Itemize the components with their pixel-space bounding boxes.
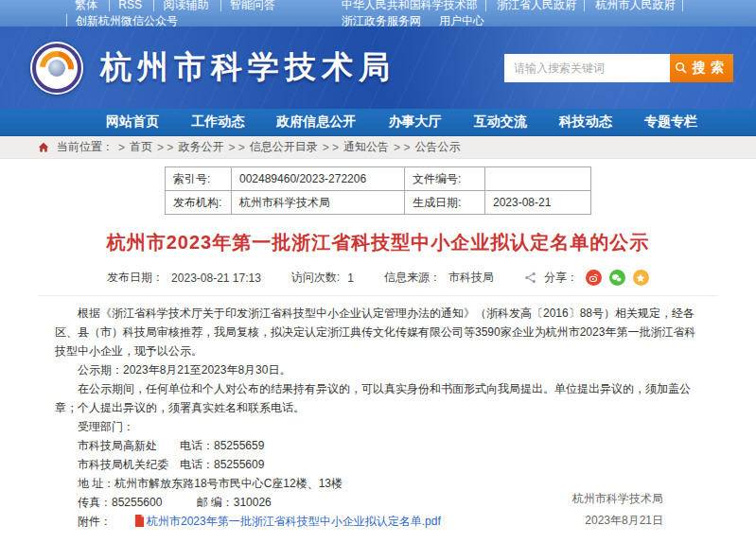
article-paragraph: 受理部门：	[55, 417, 701, 436]
source-value: 市科技局	[448, 270, 494, 286]
site-title[interactable]: 杭州市科学技术局	[100, 46, 396, 89]
site-header: 杭州市科学技术局 搜索	[0, 26, 756, 109]
publish-date-label: 发布日期：	[107, 270, 164, 286]
home-icon	[38, 142, 49, 153]
pdf-icon	[112, 514, 145, 533]
topbar: 繁体 RSS 阅读辅助 智能问答 创新杭州微信公众号 中华人民共和国科学技术部 …	[0, 0, 756, 26]
topbar-link-most[interactable]: 中华人民共和国科学技术部	[334, 0, 486, 11]
search-box: 搜索	[504, 54, 733, 82]
page: 繁体 RSS 阅读辅助 智能问答 创新杭州微信公众号 中华人民共和国科学技术部 …	[0, 0, 756, 543]
article-page: 索引号: 002489460/2023-272206 文件编号: 发布机构: 杭…	[0, 159, 756, 543]
breadcrumb-item-home[interactable]: 首页	[130, 139, 152, 155]
logo-globe-icon	[48, 60, 65, 77]
article-paragraph: 市科技局高新处 电话：85255659	[55, 436, 701, 455]
topbar-link-reading-aid[interactable]: 阅读辅助	[153, 0, 217, 11]
breadcrumb-separator: > >	[157, 141, 173, 154]
nav-item-special-columns[interactable]: 专题专栏	[644, 114, 697, 131]
attachment-filename: 杭州市2023年第一批浙江省科技型中小企业拟认定名单.pdf	[147, 515, 441, 528]
share-qzone-icon[interactable]	[633, 270, 649, 286]
article-paragraph: 公示期：2023年8月21至2023年8月30日。	[55, 360, 701, 379]
article-paragraph: 根据《浙江省科学技术厅关于印发浙江省科技型中小企业认定管理办法的通知》（浙科发高…	[55, 304, 701, 360]
visits-label: 访问次数:	[291, 270, 340, 286]
meta-divider	[38, 295, 718, 296]
doc-info-value	[485, 167, 591, 191]
visits-count: 1	[347, 272, 354, 285]
nav-item-gov-info[interactable]: 政府信息公开	[276, 114, 356, 131]
breadcrumb-item-announcements[interactable]: 公告公示	[414, 139, 460, 155]
doc-info-table: 索引号: 002489460/2023-272206 文件编号: 发布机构: 杭…	[165, 166, 591, 215]
nav-item-tech-news[interactable]: 科技动态	[559, 114, 612, 131]
topbar-link-rss[interactable]: RSS	[109, 0, 150, 11]
topbar-link-user-center[interactable]: 用户中心	[431, 14, 492, 27]
signature-date: 2023年8月21日	[572, 510, 663, 532]
nav-item-service-hall[interactable]: 办事大厅	[388, 114, 441, 131]
topbar-link-zhejiang-gov[interactable]: 浙江省人民政府	[489, 0, 585, 11]
article-meta: 发布日期：2023-08-21 17:13 访问次数:1 信息来源：市科技局 分…	[0, 270, 756, 286]
article-signature: 杭州市科学技术局 2023年8月21日	[572, 488, 663, 532]
signature-org: 杭州市科学技术局	[572, 488, 663, 510]
breadcrumb-item-notices[interactable]: 通知公告	[343, 139, 389, 155]
doc-info-row: 索引号: 002489460/2023-272206 文件编号:	[166, 167, 591, 191]
site-logo[interactable]	[30, 42, 83, 95]
article-title: 杭州市2023年第一批浙江省科技型中小企业拟认定名单的公示	[0, 230, 756, 255]
nav-item-work-news[interactable]: 工作动态	[191, 114, 244, 131]
doc-info-label: 生成日期:	[405, 191, 485, 215]
topbar-left-links: 繁体 RSS 阅读辅助 智能问答 创新杭州微信公众号	[66, 0, 334, 29]
attachment-label: 附件：	[78, 515, 112, 528]
search-input[interactable]	[504, 54, 670, 82]
breadcrumb-separator: > >	[394, 141, 410, 154]
main-nav: 网站首页 工作动态 政府信息公开 办事大厅 互动交流 科技动态 专题专栏	[0, 109, 756, 136]
topbar-link-traditional[interactable]: 繁体	[66, 0, 106, 11]
topbar-link-wechat-account[interactable]: 创新杭州微信公众号	[66, 14, 186, 27]
nav-item-interaction[interactable]: 互动交流	[474, 114, 527, 131]
share-weibo-icon[interactable]	[586, 270, 602, 286]
doc-info-label: 索引号:	[166, 167, 232, 191]
breadcrumb-separator: > >	[323, 141, 339, 154]
breadcrumb-item-gov-open[interactable]: 政务公开	[178, 139, 223, 155]
share-icon	[524, 272, 536, 284]
topbar-link-zj-service[interactable]: 浙江政务服务网	[334, 14, 429, 27]
doc-info-label: 发布机构:	[166, 191, 232, 215]
topbar-link-smart-qa[interactable]: 智能问答	[220, 0, 284, 11]
article-paragraph: 在公示期间，任何单位和个人对公布的结果持有异议的，可以真实身份和书面形式向我局提…	[55, 379, 701, 417]
breadcrumb-separator: > >	[228, 141, 244, 154]
attachment-link[interactable]: 杭州市2023年第一批浙江省科技型中小企业拟认定名单.pdf	[112, 515, 441, 528]
topbar-right-links: 中华人民共和国科学技术部 浙江省人民政府 杭州市人民政府 浙江政务服务网 用户中…	[334, 0, 735, 29]
publish-date: 2023-08-21 17:13	[171, 272, 261, 285]
doc-info-value: 002489460/2023-272206	[232, 167, 405, 191]
nav-item-home[interactable]: 网站首页	[106, 114, 159, 131]
search-button-label: 搜索	[693, 60, 729, 77]
brand: 杭州市科学技术局	[30, 42, 396, 95]
doc-info-value: 杭州市科学技术局	[232, 191, 405, 215]
share-wechat-icon[interactable]	[609, 270, 625, 286]
search-button[interactable]: 搜索	[670, 54, 733, 82]
breadcrumb-separator: >	[118, 141, 125, 154]
article-paragraph: 市科技局机关纪委 电话：85255609	[55, 455, 701, 474]
doc-info-value: 2023-08-21	[485, 191, 591, 215]
share-label: 分享：	[544, 270, 578, 286]
source-label: 信息来源：	[384, 270, 441, 286]
breadcrumb-label: 当前位置：	[57, 139, 114, 155]
topbar-link-hangzhou-gov[interactable]: 杭州市人民政府	[588, 0, 683, 11]
breadcrumb-item-info-catalog[interactable]: 信息公开目录	[250, 139, 318, 155]
doc-info-label: 文件编号:	[405, 167, 485, 191]
search-icon	[675, 61, 688, 75]
doc-info-row: 发布机构: 杭州市科学技术局 生成日期: 2023-08-21	[166, 191, 591, 215]
breadcrumb: 当前位置： > 首页 > > 政务公开 > > 信息公开目录 > > 通知公告 …	[0, 136, 756, 159]
